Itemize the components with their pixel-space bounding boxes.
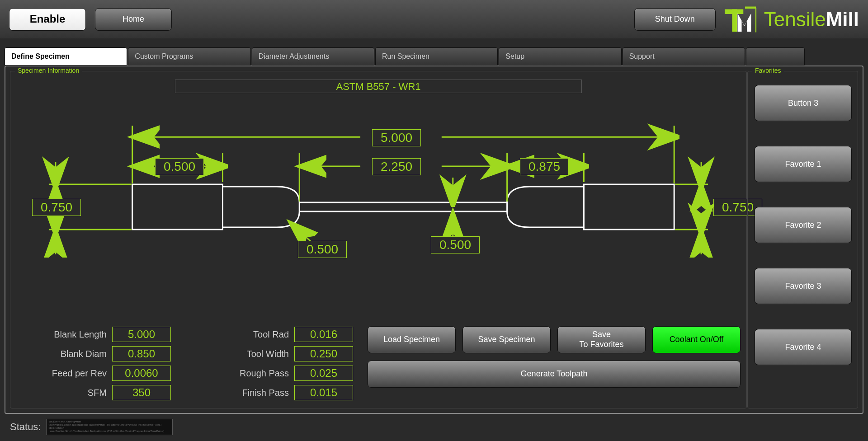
favorite-button-3[interactable]: Favorite 3 (755, 268, 852, 304)
tab-spacer (746, 47, 805, 66)
blank-length-label: Blank Length (31, 329, 112, 340)
tool-width-label: Tool Width (213, 349, 294, 359)
tool-width-input[interactable]: 0.250 (294, 346, 353, 361)
logo: TensileMill (725, 6, 859, 33)
feed-input[interactable]: 0.0060 (112, 366, 171, 381)
tab-diameter-adjustments[interactable]: Diameter Adjustments (252, 47, 374, 66)
tab-run-specimen[interactable]: Run Specimen (375, 47, 498, 66)
favorite-button-1[interactable]: Favorite 1 (755, 146, 852, 182)
tab-bar: Define Specimen Custom Programs Diameter… (5, 47, 805, 66)
blank-length-input[interactable]: 5.000 (112, 327, 171, 342)
topbar: Enable Home Shut Down TensileMill (0, 0, 868, 38)
sfm-input[interactable]: 350 (112, 385, 171, 400)
sfm-label: SFM (31, 388, 112, 398)
dim-fillet-rad[interactable]: 0.500 (298, 241, 347, 258)
favorite-button-2[interactable]: Favorite 2 (755, 207, 852, 243)
dim-gage-length[interactable]: 2.250 (372, 158, 421, 175)
status-label: Status: (5, 421, 46, 433)
tab-custom-programs[interactable]: Custom Programs (128, 47, 250, 66)
specimen-legend: Specimen Information (15, 67, 82, 74)
tool-rad-label: Tool Rad (213, 329, 294, 340)
svg-rect-1 (732, 9, 737, 32)
favorites-legend: Favorites (752, 67, 784, 74)
specimen-name-field[interactable]: ASTM B557 - WR1 (175, 80, 582, 93)
favorite-button-4[interactable]: Favorite 4 (755, 329, 852, 365)
generate-toolpath-button[interactable]: Generate Toolpath (368, 361, 741, 388)
status-log: out.Event.wdt.running=true userProfiles.… (46, 419, 173, 435)
dim-left-grip[interactable]: 0.500 (155, 158, 204, 175)
tab-setup[interactable]: Setup (499, 47, 621, 66)
blank-diam-label: Blank Diam (31, 349, 112, 359)
logo-text: TensileMill (764, 8, 859, 31)
coolant-button[interactable]: Coolant On/Off (652, 326, 741, 353)
specimen-drawing: 5.000 0.500 2.250 0.875 0.750 0.750 0.50… (19, 99, 737, 293)
dim-reduced-width[interactable]: 0.500 (431, 236, 480, 253)
favorite-button-0[interactable]: Button 3 (755, 85, 852, 121)
save-to-favorites-button[interactable]: Save To Favorites (557, 326, 646, 353)
dimension-svg (19, 99, 737, 293)
main-panel: Specimen Information ASTM B557 - WR1 (5, 66, 863, 414)
favorites-fieldset: Favorites Button 3 Favorite 1 Favorite 2… (747, 71, 858, 408)
tab-support[interactable]: Support (623, 47, 745, 66)
rough-label: Rough Pass (213, 368, 294, 379)
finish-label: Finish Pass (213, 388, 294, 398)
tab-define-specimen[interactable]: Define Specimen (5, 47, 127, 66)
svg-rect-4 (132, 184, 223, 230)
home-button[interactable]: Home (95, 8, 172, 31)
shutdown-button[interactable]: Shut Down (634, 8, 716, 31)
blank-diam-input[interactable]: 0.850 (112, 346, 171, 361)
dim-right-grip[interactable]: 0.875 (520, 158, 569, 175)
svg-rect-2 (745, 6, 756, 9)
dim-overall-length[interactable]: 5.000 (372, 129, 421, 146)
feed-label: Feed per Rev (31, 368, 112, 379)
load-specimen-button[interactable]: Load Specimen (368, 326, 456, 353)
rough-input[interactable]: 0.025 (294, 366, 353, 381)
finish-input[interactable]: 0.015 (294, 385, 353, 400)
svg-rect-7 (584, 184, 674, 230)
logo-icon (725, 6, 759, 33)
specimen-info-fieldset: Specimen Information ASTM B557 - WR1 (10, 71, 747, 408)
enable-button[interactable]: Enable (9, 8, 86, 31)
save-specimen-button[interactable]: Save Specimen (462, 326, 551, 353)
tool-rad-input[interactable]: 0.016 (294, 327, 353, 342)
dim-height-left[interactable]: 0.750 (32, 199, 81, 216)
status-bar: Status: out.Event.wdt.running=true userP… (5, 418, 863, 436)
